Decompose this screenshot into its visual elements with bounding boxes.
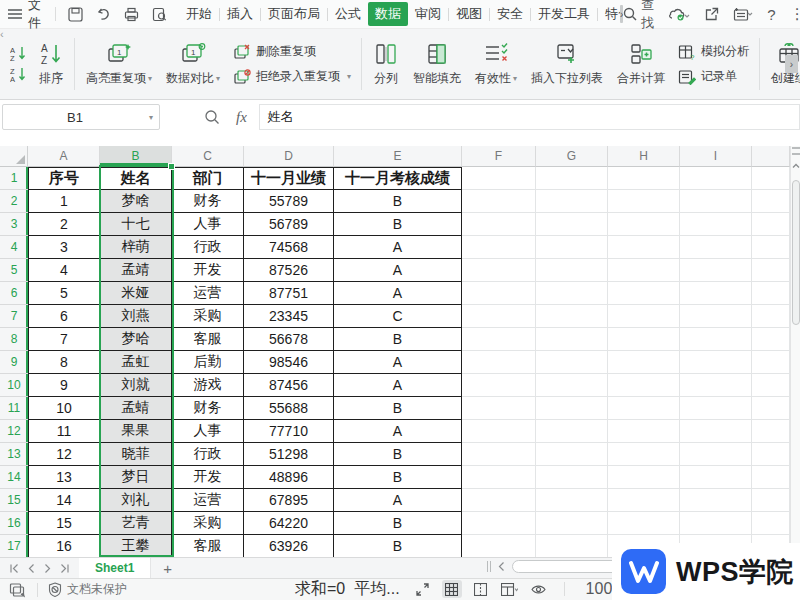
cell-D7[interactable]: 23345: [244, 305, 334, 328]
cell-H4[interactable]: [608, 236, 680, 259]
cell-C6[interactable]: 运营: [172, 282, 244, 305]
cell-I6[interactable]: [680, 282, 752, 305]
prev-sheet-icon[interactable]: [28, 564, 35, 573]
cell-J9[interactable]: [752, 351, 790, 374]
cell-H3[interactable]: [608, 213, 680, 236]
page-break-view-button[interactable]: [471, 580, 491, 598]
cell-E7[interactable]: C: [334, 305, 462, 328]
scroll-left-icon[interactable]: [498, 562, 505, 571]
formula-input[interactable]: 姓名: [259, 104, 800, 130]
cell-H5[interactable]: [608, 259, 680, 282]
cell-H13[interactable]: [608, 443, 680, 466]
cell-C11[interactable]: 财务: [172, 397, 244, 420]
column-header-B[interactable]: B: [100, 146, 172, 167]
cell-A13[interactable]: 12: [28, 443, 100, 466]
smart-fill-button[interactable]: 智能填充: [406, 38, 468, 91]
data-compare-button[interactable]: 1 数据对比▾: [159, 38, 227, 91]
more-options-button[interactable]: ⋮: [790, 5, 800, 23]
column-header-E[interactable]: E: [334, 146, 462, 167]
cell-G15[interactable]: [536, 489, 608, 512]
cell-I3[interactable]: [680, 213, 752, 236]
vertical-scrollbar-thumb[interactable]: [792, 180, 800, 325]
cell-D2[interactable]: 55789: [244, 190, 334, 213]
cell-B8[interactable]: 梦哈: [100, 328, 172, 351]
cell-G11[interactable]: [536, 397, 608, 420]
cell-F15[interactable]: [462, 489, 536, 512]
fx-button[interactable]: fx: [236, 109, 247, 126]
cell-B11[interactable]: 孟蜻: [100, 397, 172, 420]
cell-C14[interactable]: 开发: [172, 466, 244, 489]
cell-F1[interactable]: [462, 167, 536, 190]
cell-I4[interactable]: [680, 236, 752, 259]
cell-B17[interactable]: 王攀: [100, 535, 172, 557]
column-header-H[interactable]: H: [608, 146, 680, 167]
column-header-C[interactable]: C: [172, 146, 244, 167]
cell-C2[interactable]: 财务: [172, 190, 244, 213]
next-sheet-icon[interactable]: [44, 564, 51, 573]
cell-I8[interactable]: [680, 328, 752, 351]
cell-C9[interactable]: 后勤: [172, 351, 244, 374]
cell-I15[interactable]: [680, 489, 752, 512]
cell-D12[interactable]: 77710: [244, 420, 334, 443]
zoom-formula-icon[interactable]: [204, 109, 220, 125]
doc-protect-status[interactable]: 文档未保护: [67, 581, 127, 598]
row-header-11[interactable]: 11: [0, 397, 28, 420]
menu-tab-开始[interactable]: 开始: [179, 2, 219, 26]
cell-C17[interactable]: 客服: [172, 535, 244, 557]
row-header-3[interactable]: 3: [0, 213, 28, 236]
cell-G6[interactable]: [536, 282, 608, 305]
page-layout-view-button[interactable]: [500, 580, 520, 598]
cell-C1[interactable]: 部门: [172, 167, 244, 190]
menu-tab-视图[interactable]: 视图: [449, 2, 489, 26]
what-if-analysis-button[interactable]: ? 模拟分析: [678, 43, 749, 60]
cell-D14[interactable]: 48896: [244, 466, 334, 489]
cell-F4[interactable]: [462, 236, 536, 259]
share-icon[interactable]: [704, 7, 719, 22]
cell-I10[interactable]: [680, 374, 752, 397]
row-header-12[interactable]: 12: [0, 420, 28, 443]
scroll-up-icon[interactable]: [792, 162, 800, 170]
sort-ascending-icon[interactable]: AZ: [10, 46, 28, 61]
cell-F10[interactable]: [462, 374, 536, 397]
cell-H8[interactable]: [608, 328, 680, 351]
cell-A10[interactable]: 9: [28, 374, 100, 397]
cell-B7[interactable]: 刘燕: [100, 305, 172, 328]
cell-H1[interactable]: [608, 167, 680, 190]
cell-F7[interactable]: [462, 305, 536, 328]
cell-G9[interactable]: [536, 351, 608, 374]
cell-J4[interactable]: [752, 236, 790, 259]
row-header-17[interactable]: 17: [0, 535, 28, 557]
cell-B12[interactable]: 果果: [100, 420, 172, 443]
validation-button[interactable]: 有效性▾: [468, 38, 524, 91]
cell-A17[interactable]: 16: [28, 535, 100, 557]
cell-C13[interactable]: 行政: [172, 443, 244, 466]
cloud-sync-icon[interactable]: [668, 7, 690, 22]
cell-E9[interactable]: A: [334, 351, 462, 374]
eye-protect-button[interactable]: [529, 580, 549, 598]
cell-A1[interactable]: 序号: [28, 167, 100, 190]
cell-B5[interactable]: 孟靖: [100, 259, 172, 282]
cell-J15[interactable]: [752, 489, 790, 512]
cell-C5[interactable]: 开发: [172, 259, 244, 282]
cell-B14[interactable]: 梦日: [100, 466, 172, 489]
cell-C7[interactable]: 采购: [172, 305, 244, 328]
text-to-columns-button[interactable]: 分列: [366, 38, 406, 91]
cell-D11[interactable]: 55688: [244, 397, 334, 420]
column-header-partial[interactable]: [752, 146, 790, 167]
horizontal-scrollbar[interactable]: [487, 560, 628, 573]
column-header-A[interactable]: A: [28, 146, 100, 167]
cell-I16[interactable]: [680, 512, 752, 535]
cell-C12[interactable]: 人事: [172, 420, 244, 443]
vertical-scrollbar[interactable]: [790, 146, 800, 557]
cell-E8[interactable]: B: [334, 328, 462, 351]
cell-I11[interactable]: [680, 397, 752, 420]
save-icon[interactable]: [68, 7, 83, 22]
undo-icon[interactable]: [96, 7, 111, 22]
menu-tab-公式[interactable]: 公式: [328, 2, 368, 26]
cell-F14[interactable]: [462, 466, 536, 489]
cell-F6[interactable]: [462, 282, 536, 305]
cell-G5[interactable]: [536, 259, 608, 282]
column-header-G[interactable]: G: [536, 146, 608, 167]
cell-C15[interactable]: 运营: [172, 489, 244, 512]
cell-F11[interactable]: [462, 397, 536, 420]
